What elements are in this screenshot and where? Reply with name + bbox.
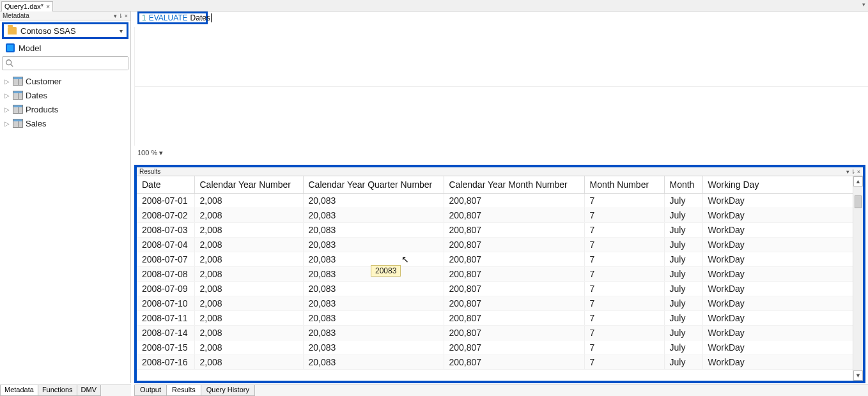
tab-metadata[interactable]: Metadata (0, 385, 38, 396)
col-calendar-year-quarter-number[interactable]: Calendar Year Quarter Number (303, 176, 444, 193)
pin-icon[interactable]: ⇂ (118, 13, 123, 19)
cell[interactable]: 2,008 (194, 354, 303, 369)
cell[interactable]: WorkDay (702, 310, 863, 325)
col-calendar-year-number[interactable]: Calendar Year Number (194, 176, 303, 193)
cell[interactable]: 7 (584, 266, 664, 281)
cell[interactable]: 2,008 (194, 281, 303, 296)
scroll-down-icon[interactable]: ▼ (853, 370, 863, 381)
cell[interactable]: July (664, 208, 702, 222)
expand-icon[interactable]: ▷ (4, 120, 10, 127)
cell[interactable]: 200,807 (444, 340, 584, 354)
table-row[interactable]: 2008-07-012,00820,083200,8077JulyWorkDay (137, 193, 863, 208)
cell[interactable]: 20,083 (303, 208, 444, 222)
results-grid[interactable]: Date Calendar Year Number Calendar Year … (137, 176, 863, 370)
table-row[interactable]: 2008-07-072,00820,083200,8077JulyWorkDay (137, 252, 863, 266)
cell[interactable]: 200,807 (444, 237, 584, 252)
editor-area[interactable]: 1 EVALUATE Dates 100 % ▾ (134, 11, 868, 158)
cell[interactable]: July (664, 193, 702, 208)
tab-dmv[interactable]: DMV (77, 385, 101, 396)
cell[interactable]: 7 (584, 325, 664, 340)
cell[interactable]: July (664, 266, 702, 281)
cell[interactable]: 7 (584, 310, 664, 325)
cell[interactable]: 7 (584, 340, 664, 354)
cell[interactable]: 2008-07-14 (137, 325, 194, 340)
cell[interactable]: 200,807 (444, 193, 584, 208)
col-date[interactable]: Date (137, 176, 194, 193)
cell[interactable]: 20,083 (303, 310, 444, 325)
cell[interactable]: July (664, 354, 702, 369)
database-dropdown[interactable]: Contoso SSAS ▾ (2, 22, 128, 39)
cell[interactable]: WorkDay (702, 354, 863, 369)
table-row[interactable]: 2008-07-092,00820,083200,8077JulyWorkDay (137, 281, 863, 296)
cell[interactable]: July (664, 281, 702, 296)
cell[interactable]: 2008-07-03 (137, 222, 194, 237)
cell[interactable]: WorkDay (702, 266, 863, 281)
cell[interactable]: 200,807 (444, 310, 584, 325)
cell[interactable]: WorkDay (702, 325, 863, 340)
table-row[interactable]: 2008-07-142,00820,083200,8077JulyWorkDay (137, 325, 863, 340)
expand-icon[interactable]: ▷ (4, 78, 10, 85)
cell[interactable]: 7 (584, 208, 664, 222)
cell[interactable]: 2,008 (194, 222, 303, 237)
cell[interactable]: July (664, 252, 702, 266)
cell[interactable]: 200,807 (444, 266, 584, 281)
col-month-number[interactable]: Month Number (584, 176, 664, 193)
cell[interactable]: 2,008 (194, 310, 303, 325)
cell[interactable]: 2008-07-10 (137, 296, 194, 310)
cell[interactable]: WorkDay (702, 208, 863, 222)
cell[interactable]: July (664, 296, 702, 310)
cell[interactable]: 2008-07-15 (137, 340, 194, 354)
table-customer[interactable]: ▷ Customer (3, 74, 128, 88)
cell[interactable]: 200,807 (444, 281, 584, 296)
col-calendar-year-month-number[interactable]: Calendar Year Month Number (444, 176, 584, 193)
cell[interactable]: 2,008 (194, 340, 303, 354)
cell[interactable]: 2008-07-11 (137, 310, 194, 325)
cell[interactable]: 200,807 (444, 296, 584, 310)
table-row[interactable]: 2008-07-032,00820,083200,8077JulyWorkDay (137, 222, 863, 237)
cell[interactable]: 2008-07-16 (137, 354, 194, 369)
cell[interactable]: WorkDay (702, 340, 863, 354)
cell[interactable]: July (664, 340, 702, 354)
cell[interactable]: 2008-07-01 (137, 193, 194, 208)
cell[interactable]: 7 (584, 354, 664, 369)
table-row[interactable]: 2008-07-162,00820,083200,8077JulyWorkDay (137, 354, 863, 369)
cell[interactable]: 2,008 (194, 252, 303, 266)
expand-icon[interactable]: ▷ (4, 106, 10, 113)
scroll-thumb[interactable] (855, 195, 862, 208)
cell[interactable]: 20,083 (303, 340, 444, 354)
cell[interactable]: 20,083 (303, 281, 444, 296)
pin-icon[interactable]: ⇂ (851, 169, 856, 175)
cell[interactable]: WorkDay (702, 237, 863, 252)
cell[interactable]: 7 (584, 296, 664, 310)
cell[interactable]: 2,008 (194, 208, 303, 222)
col-month[interactable]: Month (664, 176, 702, 193)
tab-output[interactable]: Output (134, 385, 167, 396)
cell[interactable]: 20,083 (303, 354, 444, 369)
cell[interactable]: July (664, 310, 702, 325)
dropdown-icon[interactable]: ▾ (846, 169, 849, 175)
table-row[interactable]: 2008-07-112,00820,083200,8077JulyWorkDay (137, 310, 863, 325)
cell[interactable]: 7 (584, 222, 664, 237)
cell[interactable]: 2008-07-04 (137, 237, 194, 252)
table-row[interactable]: 2008-07-152,00820,083200,8077JulyWorkDay (137, 340, 863, 354)
file-tab[interactable]: Query1.dax* × (1, 1, 53, 11)
table-row[interactable]: 2008-07-042,00820,083200,8077JulyWorkDay (137, 237, 863, 252)
overflow-icon[interactable]: ▾ (862, 1, 865, 8)
table-row[interactable]: 2008-07-082,00820,083200,8077JulyWorkDay (137, 266, 863, 281)
cell[interactable]: WorkDay (702, 193, 863, 208)
cell[interactable]: 200,807 (444, 222, 584, 237)
close-icon[interactable]: × (857, 169, 860, 175)
search-input[interactable] (17, 57, 128, 70)
close-icon[interactable]: × (46, 3, 50, 10)
tab-results[interactable]: Results (166, 385, 201, 396)
vertical-scrollbar[interactable]: ▲ ▼ (853, 176, 863, 381)
tab-functions[interactable]: Functions (38, 385, 77, 396)
scroll-up-icon[interactable]: ▲ (853, 176, 863, 187)
code-line[interactable]: 1 EVALUATE Dates (137, 11, 208, 24)
cell[interactable]: 7 (584, 281, 664, 296)
cell[interactable]: 2,008 (194, 325, 303, 340)
col-working-day[interactable]: Working Day (702, 176, 863, 193)
cell[interactable]: 200,807 (444, 208, 584, 222)
cell[interactable]: 200,807 (444, 325, 584, 340)
expand-icon[interactable]: ▷ (4, 92, 10, 99)
